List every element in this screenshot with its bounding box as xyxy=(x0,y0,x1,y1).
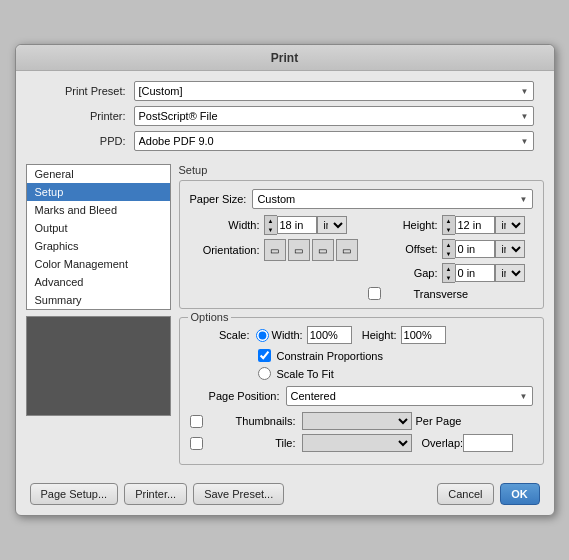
gap-increment-btn[interactable]: ▲ xyxy=(443,264,455,273)
gap-decrement-btn[interactable]: ▼ xyxy=(443,273,455,282)
printer-button[interactable]: Printer... xyxy=(124,483,187,505)
offset-input[interactable] xyxy=(455,240,495,258)
scale-fit-row: Scale To Fit xyxy=(258,367,533,380)
width-increment-btn[interactable]: ▲ xyxy=(265,216,277,225)
overlap-input[interactable] xyxy=(463,434,513,452)
setup-left-col: Width: ▲ ▼ in xyxy=(190,215,358,300)
setup-section-label: Setup xyxy=(179,164,544,176)
scale-label: Scale: xyxy=(190,329,250,341)
setup-fieldset: Paper Size: Custom Width: xyxy=(179,180,544,309)
thumbnails-select[interactable] xyxy=(302,412,412,430)
landscape-btn[interactable]: ▭ xyxy=(288,239,310,261)
constrain-checkbox[interactable] xyxy=(258,349,271,362)
width-pct-input[interactable] xyxy=(307,326,352,344)
right-panel: Setup Paper Size: Custom xyxy=(179,164,544,473)
width-radio[interactable] xyxy=(256,329,269,342)
height-increment-btn[interactable]: ▲ xyxy=(443,216,455,225)
gap-input[interactable] xyxy=(455,264,495,282)
bottom-right-buttons: Cancel OK xyxy=(437,483,539,505)
page-position-select[interactable]: Centered xyxy=(286,386,533,406)
ppd-select-wrapper: Adobe PDF 9.0 xyxy=(134,131,534,151)
nav-item-setup[interactable]: Setup xyxy=(27,183,170,201)
nav-list: General Setup Marks and Bleed Output Gra… xyxy=(26,164,171,310)
width-unit-select[interactable]: in xyxy=(317,216,347,234)
height-unit-select[interactable]: in xyxy=(495,216,525,234)
height-row: Height: ▲ ▼ in xyxy=(368,215,533,235)
height-label: Height: xyxy=(368,219,438,231)
width-label: Width: xyxy=(190,219,260,231)
page-position-label: Page Position: xyxy=(190,390,280,402)
nav-item-general[interactable]: General xyxy=(27,165,170,183)
paper-size-select-wrapper: Custom xyxy=(252,189,532,209)
printer-select[interactable]: PostScript® File xyxy=(134,106,534,126)
main-content: General Setup Marks and Bleed Output Gra… xyxy=(16,164,554,473)
print-preset-label: Print Preset: xyxy=(36,85,126,97)
page-position-select-wrapper: Centered xyxy=(286,386,533,406)
options-title: Options xyxy=(188,311,232,323)
printer-label: Printer: xyxy=(36,110,126,122)
offset-decrement-btn[interactable]: ▼ xyxy=(443,249,455,258)
print-preset-row: Print Preset: [Custom] xyxy=(36,81,534,101)
left-panel: General Setup Marks and Bleed Output Gra… xyxy=(26,164,171,473)
height-pct-input[interactable] xyxy=(401,326,446,344)
thumbnails-row: Thumbnails: Per Page xyxy=(190,412,533,430)
nav-item-marks-bleed[interactable]: Marks and Bleed xyxy=(27,201,170,219)
print-preset-select[interactable]: [Custom] xyxy=(134,81,534,101)
orientation-row: Orientation: ▭ ▭ ▭ ▭ xyxy=(190,239,358,261)
constrain-label: Constrain Proportions xyxy=(277,350,383,362)
printer-select-wrapper: PostScript® File xyxy=(134,106,534,126)
ppd-row: PPD: Adobe PDF 9.0 xyxy=(36,131,534,151)
thumbnails-checkbox[interactable] xyxy=(190,415,203,428)
thumbnails-label: Thumbnails: xyxy=(206,415,296,427)
paper-size-select[interactable]: Custom xyxy=(252,189,532,209)
paper-size-label: Paper Size: xyxy=(190,193,247,205)
height-input[interactable] xyxy=(455,216,495,234)
height-decrement-btn[interactable]: ▼ xyxy=(443,225,455,234)
nav-item-summary[interactable]: Summary xyxy=(27,291,170,309)
width-spinner: ▲ ▼ in xyxy=(264,215,347,235)
constrain-row: Constrain Proportions xyxy=(258,349,533,362)
height-field-wrap: Height: xyxy=(362,326,446,344)
reverse-portrait-btn[interactable]: ▭ xyxy=(312,239,334,261)
tile-label: Tile: xyxy=(206,437,296,449)
page-setup-button[interactable]: Page Setup... xyxy=(30,483,119,505)
bottom-left-buttons: Page Setup... Printer... Save Preset... xyxy=(30,483,285,505)
nav-item-color-management[interactable]: Color Management xyxy=(27,255,170,273)
scale-fit-radio[interactable] xyxy=(258,367,271,380)
transverse-label: Transverse xyxy=(414,288,469,300)
top-fields: Print Preset: [Custom] Printer: PostScri… xyxy=(16,71,554,164)
gap-label: Gap: xyxy=(368,267,438,279)
height-spinner: ▲ ▼ in xyxy=(442,215,525,235)
ppd-select[interactable]: Adobe PDF 9.0 xyxy=(134,131,534,151)
tile-row: Tile: Overlap: xyxy=(190,434,533,452)
scale-row: Scale: Width: Height: xyxy=(190,326,533,344)
height-spinner-btns: ▲ ▼ xyxy=(442,215,455,235)
portrait-btn[interactable]: ▭ xyxy=(264,239,286,261)
paper-size-row: Paper Size: Custom xyxy=(190,189,533,209)
printer-row: Printer: PostScript® File xyxy=(36,106,534,126)
overlap-label: Overlap: xyxy=(422,437,464,449)
gap-spinner: ▲ ▼ in xyxy=(442,263,525,283)
offset-unit-select[interactable]: in xyxy=(495,240,525,258)
width-radio-label: Width: xyxy=(272,329,303,341)
width-input[interactable] xyxy=(277,216,317,234)
width-decrement-btn[interactable]: ▼ xyxy=(265,225,277,234)
save-preset-button[interactable]: Save Preset... xyxy=(193,483,284,505)
gap-spinner-btns: ▲ ▼ xyxy=(442,263,455,283)
tile-checkbox[interactable] xyxy=(190,437,203,450)
reverse-landscape-btn[interactable]: ▭ xyxy=(336,239,358,261)
height-pct-label: Height: xyxy=(362,329,397,341)
nav-item-advanced[interactable]: Advanced xyxy=(27,273,170,291)
nav-item-graphics[interactable]: Graphics xyxy=(27,237,170,255)
offset-spinner-btns: ▲ ▼ xyxy=(442,239,455,259)
transverse-checkbox[interactable] xyxy=(368,287,381,300)
offset-increment-btn[interactable]: ▲ xyxy=(443,240,455,249)
gap-unit-select[interactable]: in xyxy=(495,264,525,282)
options-fieldset: Options Scale: Width: Height: Constrain … xyxy=(179,317,544,465)
print-preset-select-wrapper: [Custom] xyxy=(134,81,534,101)
tile-select[interactable] xyxy=(302,434,412,452)
cancel-button[interactable]: Cancel xyxy=(437,483,493,505)
transverse-row: Transverse xyxy=(368,287,533,300)
nav-item-output[interactable]: Output xyxy=(27,219,170,237)
ok-button[interactable]: OK xyxy=(500,483,540,505)
